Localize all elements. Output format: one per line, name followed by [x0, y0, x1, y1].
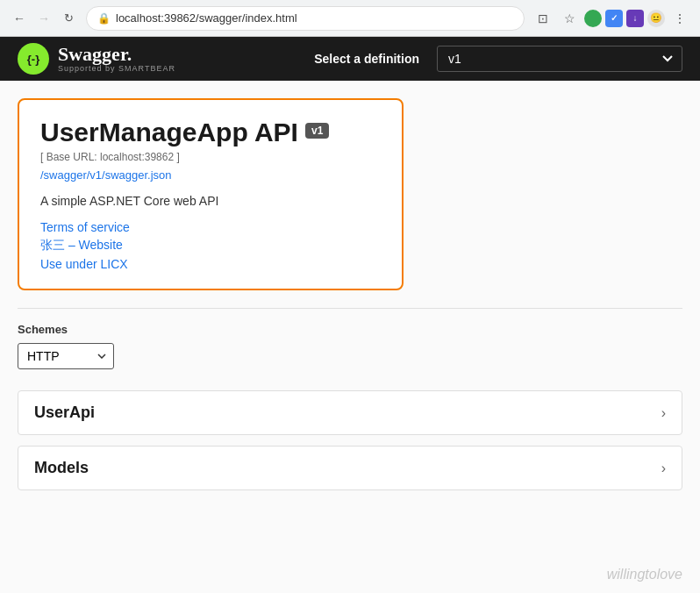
extension-blue-icon: ✓: [605, 10, 623, 27]
lock-icon: 🔒: [97, 12, 111, 25]
website-link[interactable]: 张三 – Website: [40, 238, 381, 254]
browser-actions: ⊡ ☆ ✓ ↓ 😐 ⋮: [532, 7, 691, 30]
user-api-title: UserApi: [34, 404, 95, 422]
extension-green-icon: [584, 10, 602, 27]
user-api-header[interactable]: UserApi ›: [18, 391, 682, 434]
terms-of-service-link[interactable]: Terms of service: [40, 220, 381, 234]
swagger-header: {-} Swagger. Supported by SMARTBEAR Sele…: [0, 37, 700, 81]
api-version-badge: v1: [305, 123, 329, 139]
api-links: Terms of service 张三 – Website Use under …: [40, 220, 381, 271]
swagger-icon-text: {-}: [27, 53, 39, 66]
browser-chrome: ← → ↻ 🔒 ⊡ ☆ ✓ ↓ 😐 ⋮: [0, 0, 700, 37]
swagger-brand-name: Swagger.: [58, 45, 175, 64]
api-info-card: UserManageApp API v1 [ Base URL: localho…: [18, 98, 404, 290]
refresh-button[interactable]: ↻: [58, 8, 79, 29]
api-title-row: UserManageApp API v1: [40, 118, 381, 147]
url-input[interactable]: [116, 11, 513, 25]
swagger-brand-sub: Supported by SMARTBEAR: [58, 64, 175, 73]
schemes-section: Schemes HTTP HTTPS: [18, 308, 682, 383]
license-link[interactable]: Use under LICX: [40, 257, 381, 271]
api-base-url: [ Base URL: localhost:39862 ]: [40, 151, 381, 163]
api-description: A simple ASP.NET Core web API: [40, 194, 381, 208]
star-btn[interactable]: ☆: [558, 7, 581, 30]
back-button[interactable]: ←: [9, 8, 30, 29]
select-definition-label: Select a definition: [314, 52, 419, 66]
models-chevron-icon: ›: [661, 461, 666, 476]
api-title: UserManageApp API: [40, 118, 298, 147]
swagger-logo: {-} Swagger. Supported by SMARTBEAR: [18, 43, 175, 75]
extension-purple-icon: ↓: [626, 10, 644, 27]
forward-button[interactable]: →: [33, 8, 54, 29]
menu-btn[interactable]: ⋮: [668, 7, 691, 30]
main-content: UserManageApp API v1 [ Base URL: localho…: [0, 81, 700, 593]
swagger-json-link[interactable]: /swagger/v1/swagger.json: [40, 168, 381, 182]
models-header[interactable]: Models ›: [18, 447, 682, 489]
models-section: Models ›: [18, 446, 682, 490]
schemes-select[interactable]: HTTP HTTPS: [18, 343, 114, 369]
user-api-section: UserApi ›: [18, 390, 682, 435]
swagger-text: Swagger. Supported by SMARTBEAR: [58, 45, 175, 73]
schemes-label: Schemes: [18, 323, 682, 336]
user-api-chevron-icon: ›: [661, 405, 666, 421]
extension-face-icon: 😐: [647, 10, 665, 27]
address-bar[interactable]: 🔒: [86, 6, 525, 31]
definition-select[interactable]: v1: [437, 46, 682, 72]
screenshot-btn[interactable]: ⊡: [532, 7, 554, 30]
nav-buttons: ← → ↻: [9, 8, 79, 29]
models-title: Models: [34, 459, 89, 477]
swagger-icon: {-}: [18, 43, 49, 75]
